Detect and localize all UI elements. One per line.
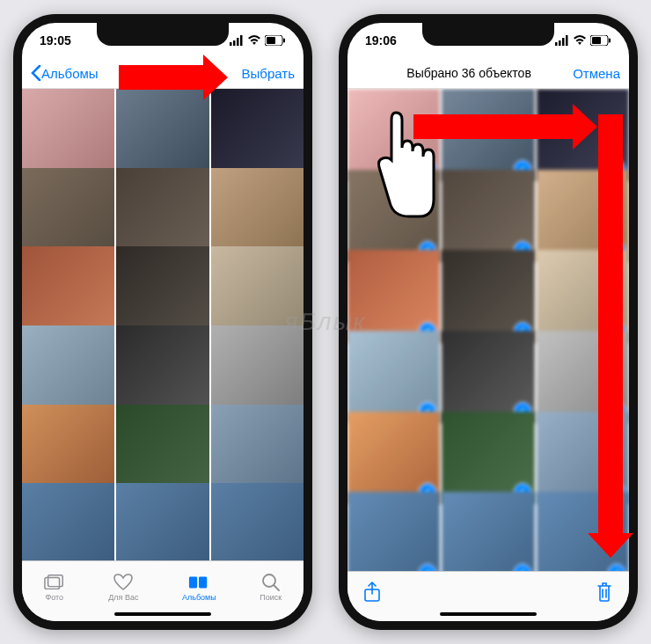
back-button[interactable]: Альбомы — [31, 65, 99, 81]
trash-icon — [596, 582, 613, 603]
annotation-hand-icon — [365, 106, 435, 211]
annotation-arrow-select — [119, 65, 207, 90]
chevron-left-icon — [31, 65, 41, 81]
photo-grid[interactable]: 0:120:060:370:18 — [22, 89, 304, 560]
selection-check-icon: ✓ — [608, 564, 625, 571]
svg-rect-8 — [48, 575, 62, 587]
home-indicator[interactable] — [114, 612, 211, 616]
annotation-arrow-swipe-v — [598, 114, 623, 537]
tab-label: Фото — [45, 593, 63, 602]
signal-icon — [230, 35, 244, 46]
photo-thumb-selected[interactable]: ✓ — [442, 492, 534, 571]
selection-title: Выбрано 36 объектов — [365, 66, 573, 80]
svg-rect-13 — [555, 42, 558, 46]
tab-альбомы[interactable]: Альбомы — [182, 574, 216, 602]
tab-для-вас[interactable]: Для Вас — [108, 574, 138, 602]
photo-thumb[interactable] — [116, 483, 208, 560]
status-icons — [230, 35, 286, 46]
svg-rect-9 — [189, 577, 197, 589]
photo-thumb-selected[interactable]: ✓ — [347, 331, 440, 423]
photo-thumb-selected[interactable]: ✓ — [347, 250, 440, 342]
cancel-button[interactable]: Отмена — [573, 66, 620, 81]
photo-thumb-selected[interactable]: ✓ — [442, 412, 534, 504]
share-icon — [363, 582, 381, 603]
back-label: Альбомы — [41, 66, 99, 81]
svg-rect-6 — [283, 39, 285, 43]
tab-label: Альбомы — [182, 593, 216, 602]
nav-bar: Выбрано 36 объектов Отмена — [347, 58, 629, 89]
photo-thumb-selected[interactable]: ✓ — [347, 492, 440, 571]
photo-thumb-selected[interactable]: ✓ — [347, 412, 440, 504]
notch — [422, 23, 554, 46]
notch — [97, 23, 229, 46]
status-time: 19:05 — [40, 33, 71, 48]
tab-label: Поиск — [260, 593, 282, 602]
status-icons — [555, 35, 611, 46]
photo-thumb-selected[interactable]: ✓ — [442, 250, 534, 342]
svg-rect-3 — [240, 35, 243, 46]
wifi-icon — [247, 35, 261, 46]
svg-rect-5 — [267, 37, 275, 44]
share-button[interactable] — [363, 582, 381, 606]
selection-check-icon: ✓ — [514, 564, 531, 571]
tab-поиск[interactable]: Поиск — [260, 574, 282, 602]
tab-icon — [188, 574, 209, 591]
svg-line-12 — [274, 585, 279, 590]
svg-rect-0 — [230, 42, 232, 46]
photo-thumb-selected[interactable]: ✓ — [442, 170, 534, 262]
tab-icon — [260, 574, 282, 591]
svg-rect-19 — [609, 39, 611, 43]
battery-icon — [265, 35, 286, 46]
svg-rect-1 — [233, 40, 236, 46]
svg-rect-16 — [566, 35, 568, 46]
svg-rect-14 — [559, 40, 561, 46]
wifi-icon — [573, 35, 587, 46]
tab-icon — [113, 574, 134, 591]
photo-thumb-selected[interactable]: ✓ — [442, 331, 534, 423]
tab-icon — [44, 574, 65, 591]
phone-left: 19:05 Альбомы Выбрать 0:120:060:370:18 Ф… — [13, 14, 312, 630]
svg-rect-2 — [237, 38, 239, 46]
svg-rect-18 — [592, 37, 601, 44]
svg-rect-15 — [562, 38, 565, 46]
status-time: 19:06 — [365, 33, 397, 48]
svg-rect-10 — [199, 577, 207, 589]
photo-thumb[interactable] — [211, 483, 304, 560]
signal-icon — [555, 35, 569, 46]
home-indicator[interactable] — [440, 612, 537, 616]
svg-rect-7 — [45, 577, 60, 589]
selection-check-icon: ✓ — [419, 564, 436, 571]
battery-icon — [590, 35, 611, 46]
select-button[interactable]: Выбрать — [242, 66, 295, 81]
tab-label: Для Вас — [108, 593, 138, 602]
delete-button[interactable] — [596, 582, 613, 606]
tab-фото[interactable]: Фото — [44, 574, 65, 602]
photo-thumb[interactable] — [22, 483, 114, 560]
